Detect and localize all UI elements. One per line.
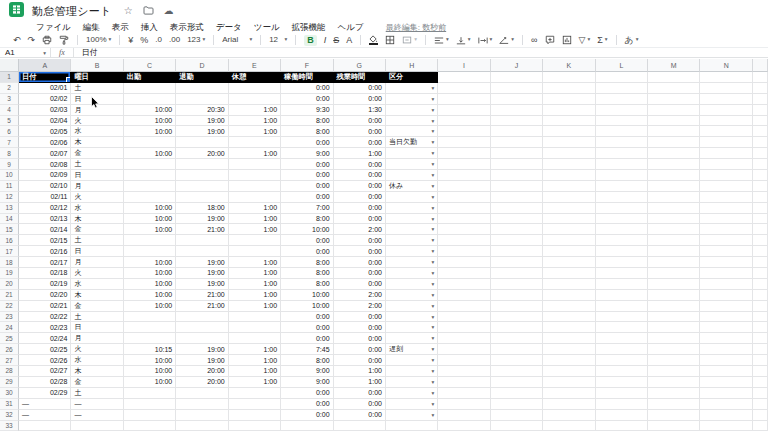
cell-E9[interactable] [229, 159, 281, 170]
cell-A17[interactable]: 02/16 [19, 246, 71, 257]
cell-M10[interactable] [648, 170, 700, 181]
cell-J19[interactable] [491, 268, 543, 279]
cell-F22[interactable]: 10:00 [281, 301, 333, 312]
cell-L3[interactable] [596, 94, 648, 105]
cell-D30[interactable] [176, 388, 228, 399]
text-color-button[interactable]: A [346, 36, 352, 45]
cell-G2[interactable]: 0:00 [334, 83, 386, 94]
cell-H2[interactable]: ▾ [386, 83, 438, 94]
cell-O21[interactable] [753, 290, 768, 301]
cell-F16[interactable]: 0:00 [281, 235, 333, 246]
cell-D10[interactable] [176, 170, 228, 181]
cell-K17[interactable] [543, 246, 595, 257]
cell-N7[interactable] [700, 137, 752, 148]
cell-H6[interactable]: ▾ [386, 126, 438, 137]
cell-C9[interactable] [124, 159, 176, 170]
cell-F23[interactable]: 0:00 [281, 312, 333, 323]
formula-input[interactable]: 日付 [74, 47, 98, 58]
cell-M13[interactable] [648, 203, 700, 214]
cell-H20[interactable]: ▾ [386, 279, 438, 290]
cell-D24[interactable] [176, 322, 228, 333]
cell-I32[interactable] [438, 410, 490, 421]
cell-L26[interactable] [596, 344, 648, 355]
column-header-E[interactable]: E [229, 59, 281, 72]
cell-F2[interactable]: 0:00 [281, 83, 333, 94]
cell-E33[interactable] [229, 421, 281, 432]
cell-B29[interactable]: 金 [71, 377, 123, 388]
cell-N6[interactable] [700, 126, 752, 137]
cell-C33[interactable] [124, 421, 176, 432]
cell-O8[interactable] [753, 148, 768, 159]
cell-K27[interactable] [543, 355, 595, 366]
cell-J14[interactable] [491, 214, 543, 225]
cell-G26[interactable]: 0:00 [334, 344, 386, 355]
cell-I13[interactable] [438, 203, 490, 214]
cell-E24[interactable] [229, 322, 281, 333]
cell-A24[interactable]: 02/23 [19, 322, 71, 333]
cell-G24[interactable]: 0:00 [334, 322, 386, 333]
cell-J15[interactable] [491, 224, 543, 235]
cell-A12[interactable]: 02/11 [19, 192, 71, 203]
cell-D11[interactable] [176, 181, 228, 192]
cell-H1[interactable]: 区分 [386, 72, 438, 83]
cell-H29[interactable]: ▾ [386, 377, 438, 388]
cell-G28[interactable]: 1:00 [334, 366, 386, 377]
cell-G5[interactable]: 0:00 [334, 116, 386, 127]
cell-L4[interactable] [596, 105, 648, 116]
cell-C21[interactable]: 10:00 [124, 290, 176, 301]
row-header-10[interactable]: 10 [0, 170, 19, 181]
cell-C6[interactable]: 10:00 [124, 126, 176, 137]
cell-G33[interactable] [334, 421, 386, 432]
cell-C2[interactable] [124, 83, 176, 94]
dropdown-arrow-icon[interactable]: ▾ [430, 368, 435, 374]
cell-N9[interactable] [700, 159, 752, 170]
cell-D17[interactable] [176, 246, 228, 257]
cell-N5[interactable] [700, 116, 752, 127]
cell-H27[interactable]: ▾ [386, 355, 438, 366]
cell-A7[interactable]: 02/06 [19, 137, 71, 148]
cell-C10[interactable] [124, 170, 176, 181]
row-header-32[interactable]: 32 [0, 410, 19, 421]
menu-2[interactable]: 編集 [83, 22, 100, 34]
cell-G6[interactable]: 0:00 [334, 126, 386, 137]
cell-D5[interactable]: 19:00 [176, 116, 228, 127]
cell-E29[interactable]: 1:00 [229, 377, 281, 388]
cell-B8[interactable]: 金 [71, 148, 123, 159]
row-header-22[interactable]: 22 [0, 301, 19, 312]
cell-J18[interactable] [491, 257, 543, 268]
cell-O1[interactable] [753, 72, 768, 83]
cell-M9[interactable] [648, 159, 700, 170]
cell-F26[interactable]: 7:45 [281, 344, 333, 355]
cell-A2[interactable]: 02/01 [19, 83, 71, 94]
cell-J2[interactable] [491, 83, 543, 94]
row-header-3[interactable]: 3 [0, 94, 19, 105]
cell-F21[interactable]: 10:00 [281, 290, 333, 301]
row-header-23[interactable]: 23 [0, 312, 19, 323]
cell-J29[interactable] [491, 377, 543, 388]
fill-color-button[interactable] [369, 35, 378, 45]
cell-I26[interactable] [438, 344, 490, 355]
cell-N1[interactable] [700, 72, 752, 83]
cell-H9[interactable]: ▾ [386, 159, 438, 170]
cell-F32[interactable]: 0:00 [281, 410, 333, 421]
cell-J30[interactable] [491, 388, 543, 399]
dropdown-arrow-icon[interactable]: ▾ [430, 292, 435, 298]
cell-B28[interactable]: 木 [71, 366, 123, 377]
cell-D29[interactable]: 20:00 [176, 377, 228, 388]
cell-B17[interactable]: 日 [71, 246, 123, 257]
row-header-31[interactable]: 31 [0, 399, 19, 410]
cell-O29[interactable] [753, 377, 768, 388]
cell-M15[interactable] [648, 224, 700, 235]
cell-C23[interactable] [124, 312, 176, 323]
cell-G20[interactable]: 0:00 [334, 279, 386, 290]
cell-E6[interactable]: 1:00 [229, 126, 281, 137]
cell-L19[interactable] [596, 268, 648, 279]
cell-K2[interactable] [543, 83, 595, 94]
cell-M28[interactable] [648, 366, 700, 377]
cell-L31[interactable] [596, 399, 648, 410]
column-header-partial[interactable] [753, 59, 768, 72]
cell-M22[interactable] [648, 301, 700, 312]
cell-D28[interactable]: 20:00 [176, 366, 228, 377]
menu-9[interactable]: ヘルプ [338, 22, 364, 34]
row-header-28[interactable]: 28 [0, 366, 19, 377]
